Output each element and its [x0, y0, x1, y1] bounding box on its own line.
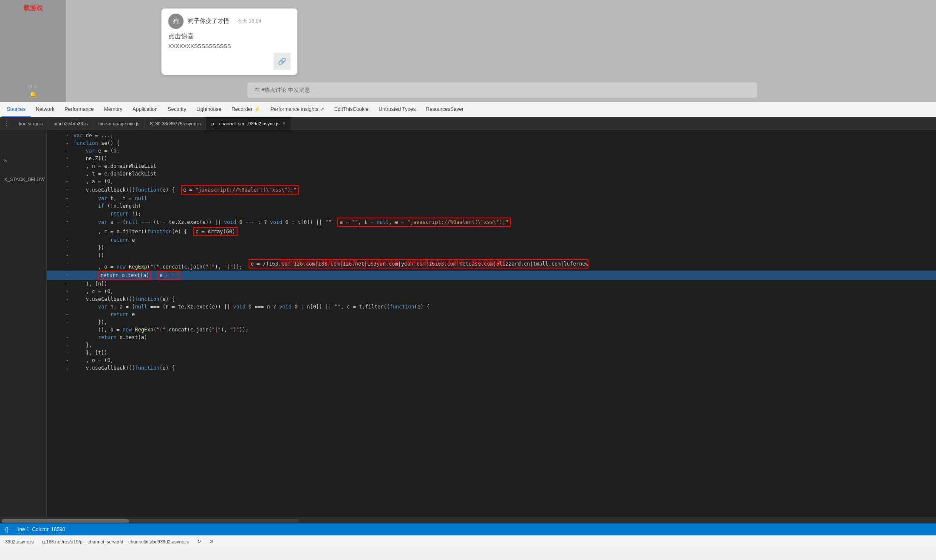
tab-resourcessaver[interactable]: ResourcesSaver [421, 102, 469, 117]
code-line: - ), [n]) [47, 280, 936, 288]
code-line: - function se() { [47, 139, 936, 147]
file-tab-label: 8130.38d89775.async.js [150, 121, 201, 126]
tab-network[interactable]: Network [31, 102, 59, 117]
code-line: - var a = (null === (t = te.Xz.exec(e)) … [47, 218, 936, 227]
left-sidebar-panel: 载游戏 18:04 🔔 [0, 0, 66, 102]
file-tab-label: umi.b2e4db33.js [54, 121, 88, 126]
code-line: - v.useCallback)((function(e) { e = "jav… [47, 185, 936, 195]
link-icon[interactable]: 🔗 [274, 53, 291, 70]
code-line: - return e [47, 236, 936, 244]
tab-recorder[interactable]: Recorder ⚡ [226, 102, 266, 117]
bottom-file-right: g.166.net/res/a19/p__channel_serverld__c… [42, 539, 189, 544]
code-line: - return e [47, 311, 936, 318]
code-line: - }) [47, 244, 936, 252]
status-bar: {} Line 1, Column 18590 [0, 523, 936, 535]
file-tab-label: p__channel_ser...939d2.async.js [211, 121, 279, 126]
file-tab-umi[interactable]: umi.b2e4db33.js [48, 117, 93, 130]
code-line: - , o = (0, [47, 356, 936, 364]
chat-time: 今天 18:04 [237, 18, 261, 25]
code-line: - }, [47, 341, 936, 349]
chat-title: 点击惊喜 [168, 32, 291, 40]
code-line: - var de = ...; [47, 132, 936, 139]
line-col-status: Line 1, Column 18590 [15, 526, 65, 532]
code-line: - v.useCallback)((function(e) { [47, 295, 936, 303]
block-icon[interactable]: ⊘ [209, 539, 213, 544]
file-tabs-bar: ⋮ bootstrap.js umi.b2e4db33.js time-on-p… [0, 117, 936, 130]
bottom-bar: 39d2.async.js g.166.net/res/a19/p__chann… [0, 535, 936, 547]
scroll-track [2, 519, 299, 523]
chat-message-area: 狗 狗子你变了才怪 今天 18:04 点击惊喜 XXXXXXXSSSSSSSSS… [76, 8, 297, 79]
code-line: - )), o = new RegExp("(".concat(c.join("… [47, 326, 936, 334]
tab-performance-insights[interactable]: Performance insights ↗ [266, 102, 329, 117]
code-line: - , n = e.domainWhiteList [47, 162, 936, 170]
file-tab-pchannel[interactable]: p__channel_ser...939d2.async.js ✕ [206, 117, 291, 130]
bell-icon: 🔔 [29, 91, 37, 98]
code-line: - , c = (0, [47, 288, 936, 295]
code-line: - , t = e.domianBlackList [47, 170, 936, 178]
code-left-sidebar: 5 X_STACK_BELOW [0, 130, 47, 518]
code-line: - }, [t]) [47, 349, 936, 356]
tab-editthiscookie[interactable]: EditThisCookie [329, 102, 374, 117]
code-line: - v.useCallback)((function(e) { [47, 364, 936, 372]
tab-lighthouse[interactable]: Lighthouse [191, 102, 226, 117]
file-tab-bootstrap[interactable]: bootstrap.js [14, 117, 48, 130]
tab-performance[interactable]: Performance [59, 102, 99, 117]
code-line: - var n, a = (null === (n = te.Xz.exec(e… [47, 303, 936, 311]
sidebar-item-5[interactable]: 5 [0, 156, 46, 166]
left-time: 18:04 [27, 84, 39, 89]
tabs-more-button[interactable]: ⋮ [0, 119, 14, 127]
chat-input[interactable]: 在 #热点讨论 中发消息 [247, 82, 757, 98]
code-line: - , a = (0, [47, 178, 936, 185]
chat-content: XXXXXXXSSSSSSSSSS [168, 43, 291, 49]
tab-untrusted-types[interactable]: Untrusted Types [373, 102, 421, 117]
code-line: - return !1; [47, 210, 936, 218]
tab-security[interactable]: Security [163, 102, 191, 117]
devtools-tab-bar: Sources Network Performance Memory Appli… [0, 102, 936, 117]
code-area[interactable]: - var de = ...; - function se() { - var … [47, 130, 936, 518]
chat-card: 狗 狗子你变了才怪 今天 18:04 点击惊喜 XXXXXXXSSSSSSSSS… [161, 8, 297, 75]
file-tab-timeonpage[interactable]: time-on-page.min.js [93, 117, 145, 130]
file-tab-label: time-on-page.min.js [99, 121, 140, 126]
code-line: - var e = (0, [47, 147, 936, 155]
code-layout: 5 X_STACK_BELOW - var de = ...; - functi… [0, 130, 936, 518]
code-line: - if (!n.length) [47, 202, 936, 210]
horizontal-scrollbar[interactable] [0, 518, 936, 523]
tab-sources[interactable]: Sources [2, 102, 31, 117]
code-line-return: - return o.test(a) a = "" [47, 271, 936, 280]
chat-header: 狗 狗子你变了才怪 今天 18:04 [168, 14, 291, 29]
code-line: - , c = n.filter((function(e) { c = Arra… [47, 227, 936, 236]
avatar: 狗 [168, 14, 184, 29]
file-tab-close[interactable]: ✕ [282, 121, 286, 126]
sidebar-item-stack-below[interactable]: X_STACK_BELOW [0, 174, 46, 184]
code-line: - }), [47, 318, 936, 326]
left-panel-title: 载游戏 [23, 4, 42, 12]
code-bracket-icon: {} [5, 526, 8, 532]
chat-overlay: 载游戏 18:04 🔔 狗 狗子你变了才怪 今天 18:04 点击惊喜 XXXX… [0, 0, 936, 102]
tab-memory[interactable]: Memory [99, 102, 127, 117]
code-line: - ne.Z)() [47, 155, 936, 162]
reload-icon[interactable]: ↻ [197, 539, 201, 544]
file-tab-8130[interactable]: 8130.38d89775.async.js [145, 117, 206, 130]
scroll-thumb[interactable] [2, 519, 129, 523]
chat-username: 狗子你变了才怪 [188, 17, 229, 25]
file-tab-label: bootstrap.js [19, 121, 43, 126]
bottom-file-left: 39d2.async.js [5, 539, 34, 544]
tab-application[interactable]: Application [127, 102, 163, 117]
code-line: - var t; t = null [47, 195, 936, 202]
source-main: ⋮ bootstrap.js umi.b2e4db33.js time-on-p… [0, 117, 936, 535]
annotation-chinese: 该段代码尝试从链接中提取第一次出现的域名，如果该域名在白名单中，那么校验通过 [280, 258, 506, 266]
code-line: - return o.test(a) [47, 334, 936, 341]
